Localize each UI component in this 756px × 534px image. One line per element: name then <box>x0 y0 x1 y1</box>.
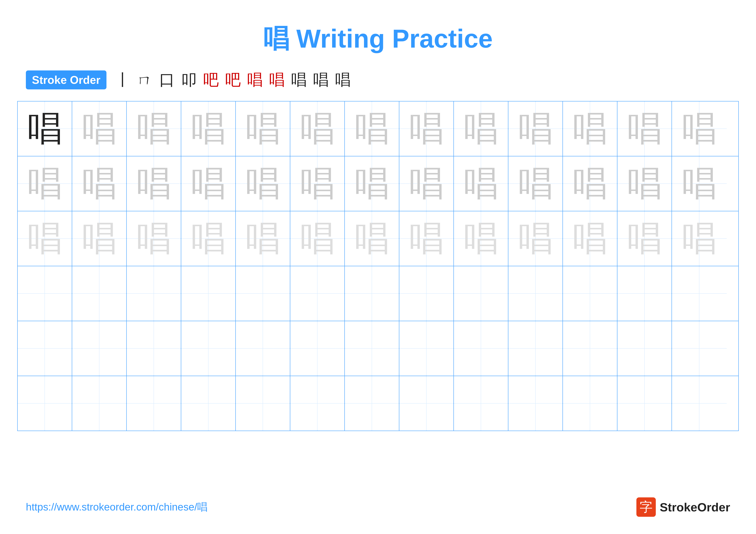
grid-cell-5-11[interactable] <box>617 376 672 431</box>
cell-char-0-4: 唱 <box>246 112 280 146</box>
grid-cell-1-5[interactable]: 唱 <box>290 156 345 211</box>
cell-char-0-6: 唱 <box>355 112 389 146</box>
cell-char-0-10: 唱 <box>573 112 607 146</box>
grid-cell-1-1[interactable]: 唱 <box>72 156 127 211</box>
grid-cell-5-9[interactable] <box>508 376 563 431</box>
cell-char-1-2: 唱 <box>137 166 171 201</box>
grid-cell-3-11[interactable] <box>617 266 672 321</box>
grid-cell-5-4[interactable] <box>236 376 290 431</box>
grid-cell-4-4[interactable] <box>236 321 290 376</box>
grid-cell-3-7[interactable] <box>399 266 454 321</box>
grid-cell-3-10[interactable] <box>563 266 617 321</box>
grid-cell-5-5[interactable] <box>290 376 345 431</box>
grid-cell-3-8[interactable] <box>454 266 508 321</box>
grid-cell-1-3[interactable]: 唱 <box>181 156 236 211</box>
grid-cell-3-3[interactable] <box>181 266 236 321</box>
grid-cell-5-1[interactable] <box>72 376 127 431</box>
grid-cell-0-7[interactable]: 唱 <box>399 101 454 156</box>
stroke-step-2: 口 <box>159 69 175 90</box>
stroke-step-1: ㄇ <box>137 69 153 90</box>
cell-char-1-8: 唱 <box>464 166 498 201</box>
grid-cell-2-12[interactable]: 唱 <box>672 211 726 266</box>
grid-cell-2-11[interactable]: 唱 <box>617 211 672 266</box>
footer-logo: 字 StrokeOrder <box>636 497 730 517</box>
cell-char-2-2: 唱 <box>137 221 171 256</box>
practice-grid: 唱唱唱唱唱唱唱唱唱唱唱唱唱唱唱唱唱唱唱唱唱唱唱唱唱唱唱唱唱唱唱唱唱唱唱唱唱唱唱 <box>17 101 739 431</box>
cell-char-0-9: 唱 <box>518 112 553 146</box>
grid-cell-4-7[interactable] <box>399 321 454 376</box>
footer: https://www.strokeorder.com/chinese/唱 字 … <box>26 497 730 517</box>
grid-cell-0-9[interactable]: 唱 <box>508 101 563 156</box>
grid-cell-4-3[interactable] <box>181 321 236 376</box>
grid-cell-2-4[interactable]: 唱 <box>236 211 290 266</box>
grid-cell-0-11[interactable]: 唱 <box>617 101 672 156</box>
grid-cell-0-8[interactable]: 唱 <box>454 101 508 156</box>
grid-cell-1-11[interactable]: 唱 <box>617 156 672 211</box>
stroke-order-row: Stroke Order 丨ㄇ口叩吧吧唱唱唱唱唱 <box>0 69 756 90</box>
grid-cell-1-12[interactable]: 唱 <box>672 156 726 211</box>
grid-cell-2-3[interactable]: 唱 <box>181 211 236 266</box>
cell-char-2-9: 唱 <box>518 221 553 256</box>
grid-cell-2-6[interactable]: 唱 <box>345 211 399 266</box>
grid-cell-4-10[interactable] <box>563 321 617 376</box>
grid-cell-0-1[interactable]: 唱 <box>72 101 127 156</box>
grid-cell-4-12[interactable] <box>672 321 726 376</box>
grid-cell-2-10[interactable]: 唱 <box>563 211 617 266</box>
grid-cell-4-8[interactable] <box>454 321 508 376</box>
grid-cell-1-4[interactable]: 唱 <box>236 156 290 211</box>
grid-cell-0-2[interactable]: 唱 <box>127 101 181 156</box>
grid-cell-1-10[interactable]: 唱 <box>563 156 617 211</box>
grid-cell-5-8[interactable] <box>454 376 508 431</box>
grid-cell-3-6[interactable] <box>345 266 399 321</box>
grid-cell-0-4[interactable]: 唱 <box>236 101 290 156</box>
grid-cell-0-12[interactable]: 唱 <box>672 101 726 156</box>
grid-cell-1-8[interactable]: 唱 <box>454 156 508 211</box>
grid-cell-2-1[interactable]: 唱 <box>72 211 127 266</box>
grid-cell-1-0[interactable]: 唱 <box>18 156 72 211</box>
grid-cell-5-7[interactable] <box>399 376 454 431</box>
grid-cell-0-0[interactable]: 唱 <box>18 101 72 156</box>
grid-cell-3-12[interactable] <box>672 266 726 321</box>
grid-cell-1-2[interactable]: 唱 <box>127 156 181 211</box>
cell-char-1-12: 唱 <box>682 166 716 201</box>
grid-cell-1-9[interactable]: 唱 <box>508 156 563 211</box>
grid-cell-3-0[interactable] <box>18 266 72 321</box>
grid-cell-4-11[interactable] <box>617 321 672 376</box>
cell-char-0-8: 唱 <box>464 112 498 146</box>
stroke-step-4: 吧 <box>203 69 219 90</box>
grid-cell-2-2[interactable]: 唱 <box>127 211 181 266</box>
grid-cell-2-5[interactable]: 唱 <box>290 211 345 266</box>
grid-cell-4-6[interactable] <box>345 321 399 376</box>
grid-cell-5-2[interactable] <box>127 376 181 431</box>
grid-cell-5-3[interactable] <box>181 376 236 431</box>
grid-cell-5-12[interactable] <box>672 376 726 431</box>
grid-cell-0-5[interactable]: 唱 <box>290 101 345 156</box>
cell-char-1-1: 唱 <box>82 166 117 201</box>
grid-cell-2-8[interactable]: 唱 <box>454 211 508 266</box>
cell-char-0-2: 唱 <box>137 112 171 146</box>
grid-cell-0-3[interactable]: 唱 <box>181 101 236 156</box>
cell-char-1-6: 唱 <box>355 166 389 201</box>
grid-cell-5-0[interactable] <box>18 376 72 431</box>
grid-cell-4-5[interactable] <box>290 321 345 376</box>
grid-cell-3-9[interactable] <box>508 266 563 321</box>
grid-cell-0-10[interactable]: 唱 <box>563 101 617 156</box>
grid-cell-3-2[interactable] <box>127 266 181 321</box>
stroke-step-7: 唱 <box>269 69 285 90</box>
grid-cell-2-7[interactable]: 唱 <box>399 211 454 266</box>
grid-cell-1-7[interactable]: 唱 <box>399 156 454 211</box>
grid-cell-1-6[interactable]: 唱 <box>345 156 399 211</box>
cell-char-1-0: 唱 <box>28 166 62 201</box>
grid-cell-2-9[interactable]: 唱 <box>508 211 563 266</box>
grid-cell-4-2[interactable] <box>127 321 181 376</box>
grid-cell-3-5[interactable] <box>290 266 345 321</box>
grid-cell-3-4[interactable] <box>236 266 290 321</box>
grid-cell-4-1[interactable] <box>72 321 127 376</box>
grid-cell-5-10[interactable] <box>563 376 617 431</box>
grid-cell-4-0[interactable] <box>18 321 72 376</box>
grid-cell-0-6[interactable]: 唱 <box>345 101 399 156</box>
grid-cell-4-9[interactable] <box>508 321 563 376</box>
grid-cell-5-6[interactable] <box>345 376 399 431</box>
grid-cell-2-0[interactable]: 唱 <box>18 211 72 266</box>
grid-cell-3-1[interactable] <box>72 266 127 321</box>
